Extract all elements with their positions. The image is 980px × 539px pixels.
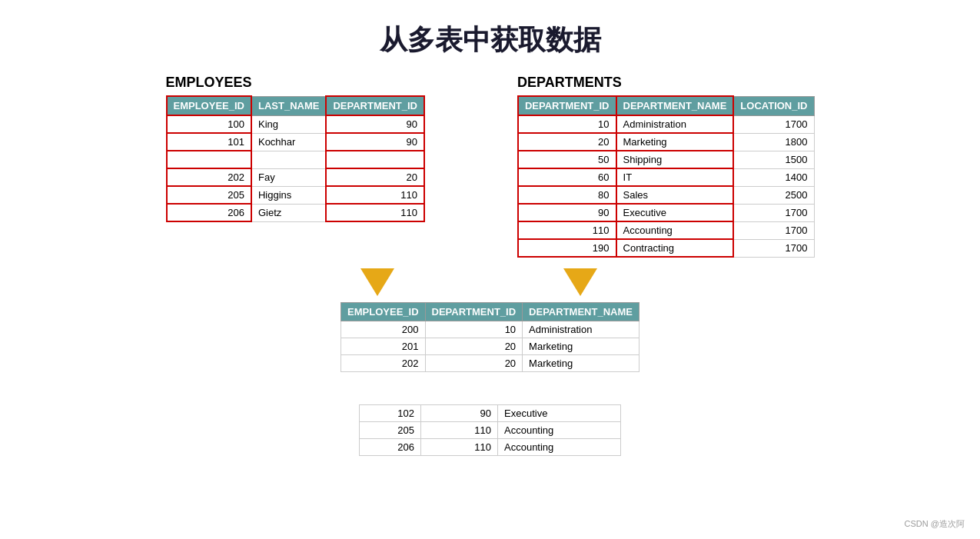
table-row: 100 King 90 [167,115,424,133]
table-row: 190 Contracting 1700 [518,239,814,257]
table-row: 50 Shipping 1500 [518,151,814,168]
table-row-empty [167,151,424,168]
table-row: 80 Sales 2500 [518,186,814,204]
table-row: 206 Gietz 110 [167,204,424,221]
departments-table: DEPARTMENT_ID DEPARTMENT_NAME LOCATION_I… [517,95,815,258]
employees-label: EMPLOYEES [166,75,252,91]
table-row: 202 20 Marketing [341,355,639,372]
table-row: 90 Executive 1700 [518,204,814,221]
table-row: 200 10 Administration [341,321,639,338]
dept-header-name: DEPARTMENT_NAME [616,96,734,115]
emp-header-id: EMPLOYEE_ID [167,96,251,115]
table-row: 20 Marketing 1800 [518,133,814,151]
result-header-dept: DEPARTMENT_ID [425,303,523,321]
table-row: 206 110 Accounting [360,439,621,456]
table-row: 60 IT 1400 [518,168,814,186]
emp-header-dept: DEPARTMENT_ID [326,96,424,115]
table-row: 202 Fay 20 [167,168,424,186]
employees-table: EMPLOYEE_ID LAST_NAME DEPARTMENT_ID 100 … [166,95,425,222]
table-row: 101 Kochhar 90 [167,133,424,151]
result-table-top: EMPLOYEE_ID DEPARTMENT_ID DEPARTMENT_NAM… [341,302,639,372]
page-title: 从多表中获取数据 [0,0,980,75]
table-row: 205 110 Accounting [360,422,621,439]
result-header-emp: EMPLOYEE_ID [341,303,425,321]
dept-header-id: DEPARTMENT_ID [518,96,616,115]
table-row: 205 Higgins 110 [167,186,424,204]
departments-label: DEPARTMENTS [517,75,622,91]
emp-header-name: LAST_NAME [251,96,326,115]
watermark: CSDN @造次阿 [905,518,965,530]
result-header-name: DEPARTMENT_NAME [523,303,639,321]
table-row: 201 20 Marketing [341,338,639,355]
table-row: 10 Administration 1700 [518,115,814,133]
table-row: 102 90 Executive [360,405,621,422]
arrow-left [360,268,394,296]
dept-header-loc: LOCATION_ID [733,96,814,115]
arrow-right [563,268,597,296]
result-table-bottom: 102 90 Executive 205 110 Accounting 206 … [359,404,621,456]
table-row: 110 Accounting 1700 [518,221,814,239]
